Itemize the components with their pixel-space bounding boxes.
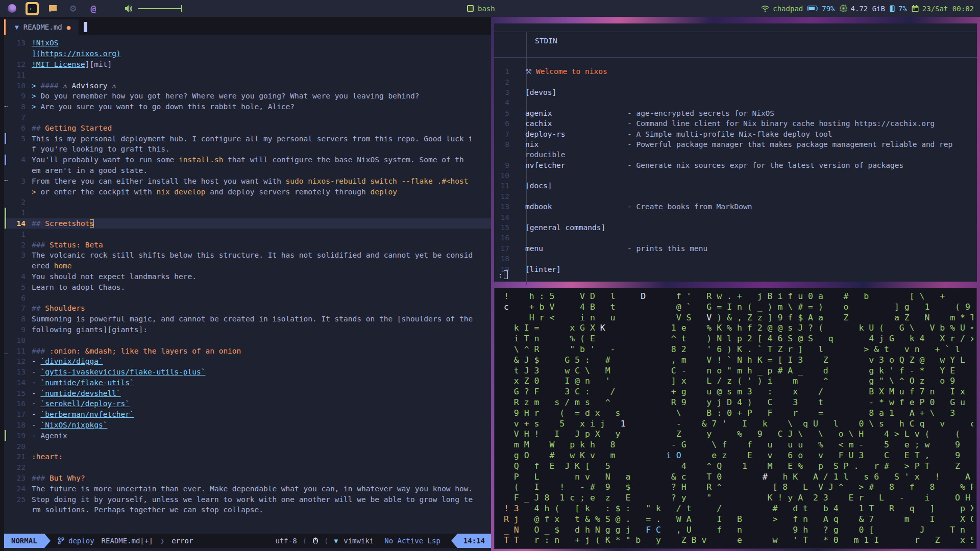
text-segment: install.sh xyxy=(179,156,223,164)
editor-line[interactable]: 14## Screetshots xyxy=(4,218,491,229)
editor-line[interactable]: ered home xyxy=(4,261,491,271)
chat-icon[interactable] xyxy=(46,2,59,15)
memory-status[interactable]: 4.72 GiB xyxy=(840,5,885,13)
editor-line[interactable]: > or enter the cockpit with nix develop … xyxy=(4,186,491,197)
matrix-row: v + s 5 x i j 1 - & 7 ' I k \ q U l 0 \ … xyxy=(504,419,973,430)
matrix-window[interactable]: ! h : 5 V D l D f ' R w . + j B i f u 0 … xyxy=(494,288,977,549)
gear-icon[interactable]: ⚙ xyxy=(66,2,80,15)
editor-line[interactable]: 21:heart: xyxy=(4,452,491,462)
pager-window[interactable]: STDIN 1⚒Welcome to nixos23[devos]45ageni… xyxy=(494,23,977,282)
editor-line[interactable]: 6 xyxy=(4,292,491,303)
firefox-icon[interactable] xyxy=(5,2,18,15)
pager-line-number: 6 xyxy=(494,119,517,128)
line-text: This is my personal deployment hub. I co… xyxy=(32,135,491,143)
editor-line[interactable]: f you're looking to graft this. xyxy=(4,144,491,155)
speaker-icon[interactable] xyxy=(125,5,133,13)
menu-section-label: [devos] xyxy=(517,88,556,96)
editor-line[interactable]: 15- `numtide/devshell` xyxy=(4,388,491,398)
line-number: 2 xyxy=(10,241,32,249)
matrix-glyphs: - & 7 ' I k \ q U l 0 \ s h C q v c W 1 xyxy=(625,419,973,429)
pager-prompt[interactable]: : xyxy=(498,270,508,279)
editor-line[interactable]: 17- `berberman/nvfetcher` xyxy=(4,409,491,420)
pager-line: 13mdbook- Create books from MarkDown xyxy=(494,202,977,212)
editor-line[interactable]: ~8> Are you sure you want to go down thi… xyxy=(4,102,491,112)
line-number: 3 xyxy=(10,251,32,259)
terminal-icon[interactable]: ›_ xyxy=(26,2,39,15)
ram-icon xyxy=(890,5,895,12)
editor-line[interactable]: 2 xyxy=(4,197,491,208)
pager-line: 1⚒Welcome to nixos xyxy=(494,66,977,77)
editor-line[interactable]: 5This is my personal deployment hub. I c… xyxy=(4,133,491,144)
text-segment: em aren't in a good state. xyxy=(32,166,148,174)
editor-line[interactable]: 10 xyxy=(4,335,491,345)
editor-line[interactable]: 1 xyxy=(4,229,491,239)
text-segment: ### xyxy=(32,347,50,355)
gutter-sign xyxy=(4,91,10,102)
editor-line[interactable]: 5Learn to adopt Chaos. xyxy=(4,282,491,292)
editor-line[interactable]: ~3From there you can either install the … xyxy=(4,176,491,186)
editor-line[interactable]: 8Summoning is powerful magic, and cannot… xyxy=(4,314,491,324)
tab-readme[interactable]: ▼ README.md ● xyxy=(6,19,79,35)
pager-line-number: 16 xyxy=(494,234,517,242)
markdown-link: !MIT License xyxy=(32,60,85,68)
text-segment: rm solutions. Perhaps together we can st… xyxy=(32,506,263,514)
pager-line-number: 4 xyxy=(494,98,517,107)
editor-line[interactable]: 9following giants][giants]: xyxy=(4,324,491,335)
matrix-glyphs: m M W p k h 8 - G \ f f u u u % < m - 5 … xyxy=(504,440,960,449)
volume-slider-handle[interactable] xyxy=(181,5,182,12)
editor-line[interactable]: ](https://nixos.org) xyxy=(4,48,491,59)
editor-line[interactable]: 4You'll probably want to run some instal… xyxy=(4,155,491,165)
cpu-status[interactable]: 7% xyxy=(890,5,907,13)
line-text: :heart: xyxy=(32,453,491,461)
editor-line[interactable]: 3The volcanic rock still shifts below th… xyxy=(4,250,491,261)
editor-line[interactable]: 11 xyxy=(4,69,491,80)
text-segment: You should not expect landmarks here. xyxy=(32,272,197,281)
editor-line[interactable]: 7 xyxy=(4,112,491,123)
editor-line[interactable]: _11### :onion: &mdash; like the layers o… xyxy=(4,345,491,356)
lsp-status: No Active Lsp xyxy=(384,537,440,545)
editor-line[interactable]: 2### Status: Beta xyxy=(4,239,491,250)
editor-line[interactable]: 23### But Why? xyxy=(4,473,491,484)
editor-line[interactable]: 22 xyxy=(4,462,491,473)
editor-line[interactable]: 12- `divnix/digga` xyxy=(4,356,491,367)
editor-line[interactable]: 9> Do you remember how you got here? Whe… xyxy=(4,91,491,102)
diagnostic-text: error xyxy=(172,537,193,545)
battery-status[interactable]: 79% xyxy=(807,5,835,13)
editor-line[interactable]: 4You should not expect landmarks here. xyxy=(4,271,491,282)
editor-line[interactable]: 1 xyxy=(4,208,491,218)
mastodon-icon[interactable]: @ xyxy=(87,2,100,15)
editor-line[interactable]: 16- `serokell/deploy-rs` xyxy=(4,398,491,409)
editor-buffer[interactable]: 13!NixOS](https://nixos.org)12!MIT Licen… xyxy=(4,38,491,534)
matrix-glyphs: R z m s / m s ^ R 9 y j D 4 ) C 3 t - * … xyxy=(504,397,973,407)
gutter-sign xyxy=(4,261,10,271)
statusline-filename: README.md[+] xyxy=(102,537,153,545)
gutter-sign xyxy=(4,335,10,345)
wrapped-text: roducible xyxy=(517,151,566,159)
editor-line[interactable]: 13- `gytis-ivaskevicius/flake-utils-plus… xyxy=(4,367,491,378)
text-segment: - xyxy=(32,399,40,408)
editor-line[interactable]: 19- Agenix xyxy=(4,430,491,441)
line-number: 6 xyxy=(10,294,32,302)
network-status[interactable]: chadpad xyxy=(761,5,803,13)
editor-line[interactable]: 14- `numtide/flake-utils` xyxy=(4,378,491,388)
editor-line[interactable]: rm solutions. Perhaps together we can st… xyxy=(4,505,491,515)
text-segment: But Why? xyxy=(50,474,85,482)
gutter-sign xyxy=(4,197,10,208)
editor-line[interactable]: 12!MIT License][mit] xyxy=(4,59,491,70)
editor-line[interactable]: em aren't in a good state. xyxy=(4,165,491,176)
editor-line[interactable]: 10> #### ⚠ Advisory ⚠ xyxy=(4,80,491,91)
editor-line[interactable]: 25Stop doing it by yourself, unless we l… xyxy=(4,494,491,505)
clock-status[interactable]: 23/Sat 00:02 xyxy=(912,5,974,13)
editor-line[interactable]: 18- `NixOS/nixpkgs` xyxy=(4,420,491,431)
git-branch[interactable]: deploy xyxy=(58,537,94,545)
line-text: ](https://nixos.org) xyxy=(32,49,491,58)
editor-window[interactable]: ▼ README.md ● 13!NixOS](https://nixos.or… xyxy=(4,19,491,551)
editor-line[interactable]: 7## Shoulders xyxy=(4,303,491,314)
linux-penguin-icon xyxy=(312,537,318,544)
editor-line[interactable]: 13!NixOS xyxy=(4,38,491,48)
volume-slider[interactable] xyxy=(138,8,182,9)
editor-line[interactable]: 6## Getting Started xyxy=(4,122,491,133)
editor-line[interactable]: 24The future is more uncertain than ever… xyxy=(4,483,491,494)
markdown-link: `gytis-ivaskevicius/flake-utils-plus` xyxy=(40,368,205,376)
editor-line[interactable]: 20 xyxy=(4,441,491,452)
